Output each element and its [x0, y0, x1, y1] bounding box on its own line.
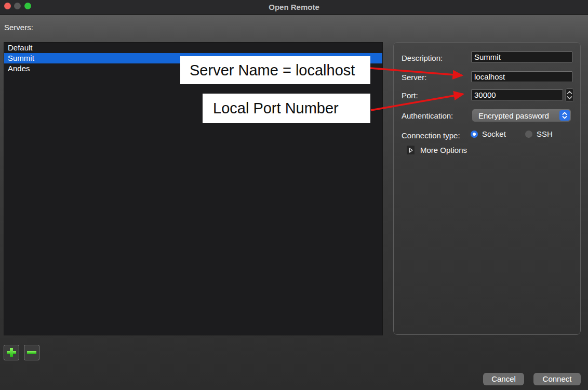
- remove-server-button[interactable]: [24, 345, 39, 360]
- authentication-label: Authentication:: [402, 111, 453, 120]
- ssh-radio-label[interactable]: SSH: [537, 130, 553, 138]
- server-detail-panel: Description: Server: Port: Authenticatio…: [393, 42, 581, 335]
- window-title: Open Remote: [0, 0, 588, 15]
- server-field[interactable]: [471, 71, 572, 82]
- ssh-radio[interactable]: [525, 131, 532, 138]
- port-label: Port:: [402, 91, 418, 100]
- dropdown-arrows-icon: [559, 110, 570, 121]
- description-field[interactable]: [471, 51, 572, 62]
- more-options-label[interactable]: More Options: [420, 146, 467, 154]
- socket-radio[interactable]: [471, 131, 478, 138]
- server-label: Server:: [402, 73, 426, 82]
- open-remote-dialog: Open Remote Servers: Default Summit Ande…: [0, 0, 588, 390]
- cancel-button[interactable]: Cancel: [483, 373, 524, 385]
- port-stepper[interactable]: [565, 88, 574, 102]
- servers-label: Servers:: [4, 23, 33, 32]
- description-label: Description:: [402, 54, 443, 62]
- chevron-up-down-icon: [566, 90, 573, 100]
- titlebar: Open Remote: [0, 0, 588, 15]
- server-list: Default Summit Andes: [4, 42, 383, 335]
- server-callout-box: Server Name = localhost: [180, 56, 370, 84]
- port-callout-box: Local Port Number: [203, 94, 370, 123]
- port-callout-text: Local Port Number: [213, 100, 339, 117]
- authentication-value: Encrypted password: [478, 111, 549, 120]
- socket-radio-label[interactable]: Socket: [482, 130, 506, 138]
- disclosure-triangle-icon[interactable]: [407, 146, 415, 154]
- authentication-select[interactable]: Encrypted password: [472, 109, 571, 122]
- connect-button[interactable]: Connect: [533, 373, 581, 385]
- connection-type-label: Connection type:: [402, 131, 460, 140]
- add-server-button[interactable]: [4, 345, 19, 360]
- server-callout-text: Server Name = localhost: [190, 62, 355, 79]
- list-item-default[interactable]: Default: [4, 43, 382, 53]
- port-field[interactable]: [471, 89, 563, 100]
